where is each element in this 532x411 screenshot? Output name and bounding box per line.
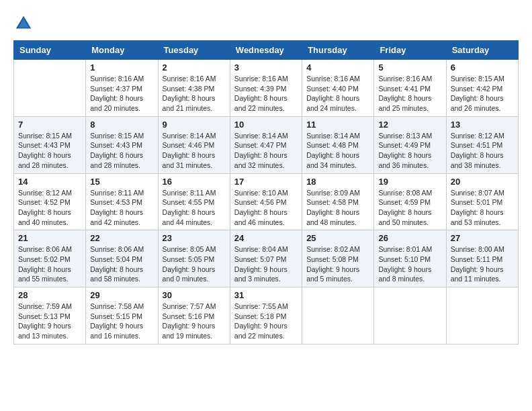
day-number: 18	[306, 177, 369, 187]
day-info: Sunrise: 8:07 AM Sunset: 5:01 PM Dayligh…	[451, 188, 514, 228]
calendar-cell: 18Sunrise: 8:09 AM Sunset: 4:58 PM Dayli…	[302, 173, 374, 230]
day-info: Sunrise: 8:16 AM Sunset: 4:39 PM Dayligh…	[234, 74, 298, 113]
calendar-cell: 15Sunrise: 8:11 AM Sunset: 4:53 PM Dayli…	[86, 173, 158, 230]
day-number: 7	[18, 120, 81, 130]
day-number: 28	[18, 290, 81, 300]
day-info: Sunrise: 8:16 AM Sunset: 4:38 PM Dayligh…	[163, 74, 226, 113]
calendar-cell: 14Sunrise: 8:12 AM Sunset: 4:52 PM Dayli…	[14, 173, 86, 230]
day-info: Sunrise: 8:00 AM Sunset: 5:11 PM Dayligh…	[451, 244, 514, 284]
day-number: 21	[18, 233, 81, 243]
day-number: 25	[306, 233, 369, 243]
day-info: Sunrise: 8:06 AM Sunset: 5:02 PM Dayligh…	[18, 244, 81, 284]
day-info: Sunrise: 8:10 AM Sunset: 4:56 PM Dayligh…	[234, 188, 298, 228]
day-number: 15	[90, 177, 153, 187]
day-info: Sunrise: 8:14 AM Sunset: 4:48 PM Dayligh…	[306, 131, 369, 171]
calendar-cell: 2Sunrise: 8:16 AM Sunset: 4:38 PM Daylig…	[158, 60, 230, 117]
day-info: Sunrise: 8:16 AM Sunset: 4:40 PM Dayligh…	[306, 74, 369, 113]
day-number: 3	[234, 62, 298, 73]
day-number: 23	[163, 233, 226, 243]
calendar-cell: 31Sunrise: 7:55 AM Sunset: 5:18 PM Dayli…	[230, 287, 302, 345]
calendar-cell: 12Sunrise: 8:13 AM Sunset: 4:49 PM Dayli…	[374, 116, 446, 173]
calendar-cell: 28Sunrise: 7:59 AM Sunset: 5:13 PM Dayli…	[14, 287, 86, 345]
calendar-cell: 1Sunrise: 8:16 AM Sunset: 4:37 PM Daylig…	[86, 60, 158, 117]
calendar-cell: 26Sunrise: 8:01 AM Sunset: 5:10 PM Dayli…	[374, 230, 446, 287]
day-info: Sunrise: 8:16 AM Sunset: 4:37 PM Dayligh…	[90, 74, 153, 113]
day-number: 14	[18, 177, 81, 187]
day-info: Sunrise: 7:58 AM Sunset: 5:15 PM Dayligh…	[90, 302, 153, 341]
day-header-thursday: Thursday	[302, 41, 374, 60]
day-info: Sunrise: 8:15 AM Sunset: 4:42 PM Dayligh…	[451, 74, 514, 113]
day-info: Sunrise: 8:12 AM Sunset: 4:51 PM Dayligh…	[451, 131, 514, 171]
calendar-cell: 11Sunrise: 8:14 AM Sunset: 4:48 PM Dayli…	[302, 116, 374, 173]
day-info: Sunrise: 8:02 AM Sunset: 5:08 PM Dayligh…	[306, 244, 369, 284]
day-number: 20	[451, 177, 514, 187]
calendar-cell: 4Sunrise: 8:16 AM Sunset: 4:40 PM Daylig…	[302, 60, 374, 117]
day-number: 2	[163, 62, 226, 73]
day-number: 29	[90, 290, 153, 300]
day-number: 22	[90, 233, 153, 243]
calendar-week-2: 7Sunrise: 8:15 AM Sunset: 4:43 PM Daylig…	[14, 116, 519, 173]
day-info: Sunrise: 8:05 AM Sunset: 5:05 PM Dayligh…	[163, 244, 226, 284]
day-number: 30	[163, 290, 226, 300]
calendar-cell: 3Sunrise: 8:16 AM Sunset: 4:39 PM Daylig…	[230, 60, 302, 117]
calendar-cell: 20Sunrise: 8:07 AM Sunset: 5:01 PM Dayli…	[446, 173, 518, 230]
calendar-header-row: SundayMondayTuesdayWednesdayThursdayFrid…	[14, 41, 519, 60]
day-info: Sunrise: 7:55 AM Sunset: 5:18 PM Dayligh…	[234, 302, 298, 341]
day-info: Sunrise: 8:16 AM Sunset: 4:41 PM Dayligh…	[378, 74, 441, 113]
day-number: 1	[90, 62, 153, 73]
day-number: 27	[451, 233, 514, 243]
calendar-cell	[446, 287, 518, 345]
calendar-cell: 27Sunrise: 8:00 AM Sunset: 5:11 PM Dayli…	[446, 230, 518, 287]
logo-icon	[13, 13, 34, 34]
day-number: 12	[378, 120, 441, 130]
calendar-cell: 5Sunrise: 8:16 AM Sunset: 4:41 PM Daylig…	[374, 60, 446, 117]
calendar-cell: 25Sunrise: 8:02 AM Sunset: 5:08 PM Dayli…	[302, 230, 374, 287]
calendar-cell: 13Sunrise: 8:12 AM Sunset: 4:51 PM Dayli…	[446, 116, 518, 173]
day-info: Sunrise: 8:13 AM Sunset: 4:49 PM Dayligh…	[378, 131, 441, 171]
day-header-saturday: Saturday	[446, 41, 518, 60]
day-header-tuesday: Tuesday	[158, 41, 230, 60]
day-info: Sunrise: 8:04 AM Sunset: 5:07 PM Dayligh…	[234, 244, 298, 284]
day-header-sunday: Sunday	[14, 41, 86, 60]
day-info: Sunrise: 8:12 AM Sunset: 4:52 PM Dayligh…	[18, 188, 81, 228]
day-number: 10	[234, 120, 298, 130]
calendar-cell: 30Sunrise: 7:57 AM Sunset: 5:16 PM Dayli…	[158, 287, 230, 345]
calendar-cell	[302, 287, 374, 345]
day-number: 24	[234, 233, 298, 243]
day-info: Sunrise: 8:15 AM Sunset: 4:43 PM Dayligh…	[90, 131, 153, 171]
day-info: Sunrise: 8:14 AM Sunset: 4:46 PM Dayligh…	[163, 131, 226, 171]
calendar-cell: 6Sunrise: 8:15 AM Sunset: 4:42 PM Daylig…	[446, 60, 518, 117]
calendar-cell: 19Sunrise: 8:08 AM Sunset: 4:59 PM Dayli…	[374, 173, 446, 230]
day-info: Sunrise: 7:59 AM Sunset: 5:13 PM Dayligh…	[18, 302, 81, 341]
calendar-table: SundayMondayTuesdayWednesdayThursdayFrid…	[13, 40, 519, 345]
day-header-wednesday: Wednesday	[230, 41, 302, 60]
day-number: 13	[451, 120, 514, 130]
calendar-cell	[14, 60, 86, 117]
calendar-week-4: 21Sunrise: 8:06 AM Sunset: 5:02 PM Dayli…	[14, 230, 519, 287]
day-number: 9	[163, 120, 226, 130]
day-number: 17	[234, 177, 298, 187]
calendar-week-1: 1Sunrise: 8:16 AM Sunset: 4:37 PM Daylig…	[14, 60, 519, 117]
calendar-cell	[374, 287, 446, 345]
day-number: 16	[163, 177, 226, 187]
day-number: 26	[378, 233, 441, 243]
day-info: Sunrise: 8:08 AM Sunset: 4:59 PM Dayligh…	[378, 188, 441, 228]
calendar-cell: 10Sunrise: 8:14 AM Sunset: 4:47 PM Dayli…	[230, 116, 302, 173]
day-number: 5	[378, 62, 441, 73]
calendar-cell: 23Sunrise: 8:05 AM Sunset: 5:05 PM Dayli…	[158, 230, 230, 287]
day-info: Sunrise: 8:09 AM Sunset: 4:58 PM Dayligh…	[306, 188, 369, 228]
calendar-cell: 9Sunrise: 8:14 AM Sunset: 4:46 PM Daylig…	[158, 116, 230, 173]
day-info: Sunrise: 8:01 AM Sunset: 5:10 PM Dayligh…	[378, 244, 441, 284]
calendar-week-5: 28Sunrise: 7:59 AM Sunset: 5:13 PM Dayli…	[14, 287, 519, 345]
day-number: 8	[90, 120, 153, 130]
day-number: 19	[378, 177, 441, 187]
calendar-cell: 7Sunrise: 8:15 AM Sunset: 4:43 PM Daylig…	[14, 116, 86, 173]
day-number: 31	[234, 290, 298, 300]
calendar-cell: 17Sunrise: 8:10 AM Sunset: 4:56 PM Dayli…	[230, 173, 302, 230]
day-info: Sunrise: 8:11 AM Sunset: 4:53 PM Dayligh…	[90, 188, 153, 228]
day-info: Sunrise: 7:57 AM Sunset: 5:16 PM Dayligh…	[163, 302, 226, 341]
page-header	[13, 13, 519, 34]
calendar-cell: 29Sunrise: 7:58 AM Sunset: 5:15 PM Dayli…	[86, 287, 158, 345]
day-info: Sunrise: 8:06 AM Sunset: 5:04 PM Dayligh…	[90, 244, 153, 284]
calendar-cell: 8Sunrise: 8:15 AM Sunset: 4:43 PM Daylig…	[86, 116, 158, 173]
